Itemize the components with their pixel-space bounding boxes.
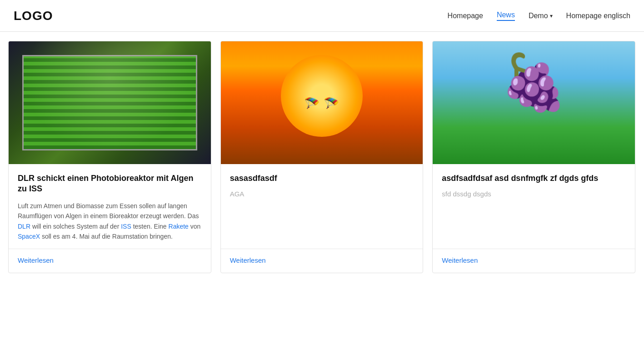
card-subtitle-2: AGA (230, 190, 414, 198)
card-body-2: sasasdfasdf AGA (221, 164, 423, 241)
card-image-3 (433, 41, 635, 164)
card-title-1: DLR schickt einen Photobioreaktor mit Al… (18, 173, 202, 195)
site-logo: LOGO (14, 9, 53, 23)
card-text-1: Luft zum Atmen und Biomasse zum Essen so… (18, 201, 202, 242)
news-card-2: sasasdfasdf AGA Weiterlesen (220, 41, 424, 273)
card-footer-2: Weiterlesen (221, 249, 423, 273)
nav-homepage[interactable]: Homepage (448, 12, 483, 20)
nav-demo-dropdown[interactable]: Demo ▾ (529, 12, 553, 20)
weiterlesen-link-2[interactable]: Weiterlesen (230, 256, 266, 264)
card-image-1 (9, 41, 211, 164)
card-title-2: sasasdfasdf (230, 173, 414, 184)
chevron-down-icon: ▾ (550, 13, 553, 19)
cards-grid: DLR schickt einen Photobioreaktor mit Al… (8, 41, 635, 273)
spacex-link[interactable]: SpaceX (18, 233, 40, 240)
card-subtitle-3: sfd dssdg dsgds (442, 190, 626, 198)
nav-news[interactable]: News (497, 11, 515, 21)
rakete-link[interactable]: Rakete (169, 223, 189, 230)
iss-link[interactable]: ISS (121, 223, 131, 230)
nav-homepage-englisch[interactable]: Homepage englisch (566, 12, 630, 20)
card-footer-3: Weiterlesen (433, 249, 635, 273)
main-nav: Homepage News Demo ▾ Homepage englisch (448, 11, 630, 21)
card-body-1: DLR schickt einen Photobioreaktor mit Al… (9, 164, 211, 241)
weiterlesen-link-1[interactable]: Weiterlesen (18, 256, 54, 264)
dlr-link[interactable]: DLR (18, 223, 30, 230)
news-card-1: DLR schickt einen Photobioreaktor mit Al… (8, 41, 211, 273)
weiterlesen-link-3[interactable]: Weiterlesen (442, 256, 478, 264)
card-title-3: asdfsadfdsaf asd dsnfmgfk zf dgds gfds (442, 173, 626, 184)
nav-demo-label: Demo (529, 12, 548, 20)
card-image-2 (221, 41, 423, 164)
news-card-3: asdfsadfdsaf asd dsnfmgfk zf dgds gfds s… (432, 41, 635, 273)
main-content: DLR schickt einen Photobioreaktor mit Al… (0, 32, 644, 291)
card-footer-1: Weiterlesen (9, 249, 211, 273)
card-body-3: asdfsadfdsaf asd dsnfmgfk zf dgds gfds s… (433, 164, 635, 241)
site-header: LOGO Homepage News Demo ▾ Homepage engli… (0, 0, 644, 32)
